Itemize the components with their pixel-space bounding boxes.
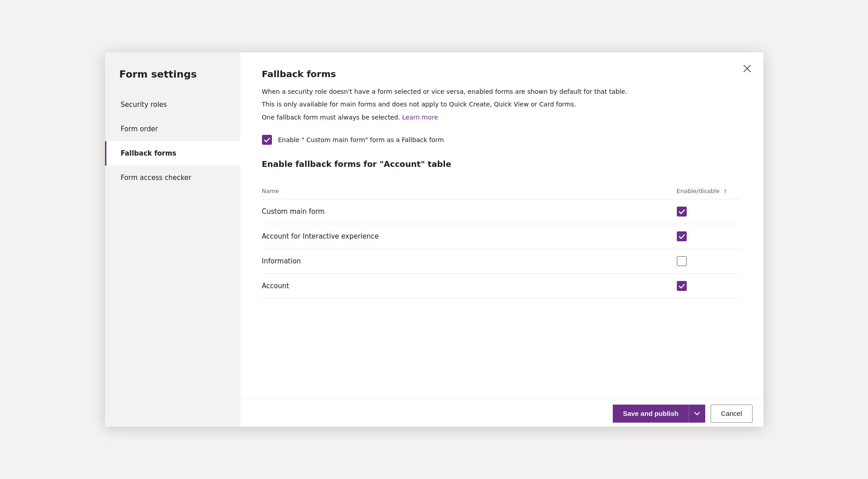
- close-button[interactable]: [739, 60, 755, 77]
- sidebar-nav: Security roles Form order Fallback forms…: [105, 92, 240, 190]
- fallback-enable-checkbox[interactable]: [262, 135, 272, 145]
- form-enable-checkbox-checked[interactable]: [677, 281, 687, 291]
- sidebar-item-label: Form access checker: [121, 174, 192, 182]
- form-enable-checkbox-unchecked[interactable]: [677, 256, 687, 266]
- sidebar-item-form-order[interactable]: Form order: [105, 117, 240, 141]
- sidebar: Form settings Security roles Form order …: [105, 52, 240, 427]
- save-publish-button-group: Save and publish: [613, 405, 705, 423]
- description-line1: When a security role doesn't have a form…: [262, 87, 740, 97]
- sidebar-item-label: Form order: [121, 125, 158, 133]
- form-enable-cell: [677, 274, 740, 299]
- form-settings-dialog: Form settings Security roles Form order …: [105, 52, 763, 427]
- sidebar-item-form-access-checker[interactable]: Form access checker: [105, 166, 240, 190]
- table-row: Information: [262, 249, 740, 274]
- section-title: Enable fallback forms for "Account" tabl…: [262, 159, 742, 169]
- sort-icon: ↑: [723, 189, 727, 194]
- save-publish-dropdown-button[interactable]: [689, 405, 705, 423]
- form-name-cell: Custom main form: [262, 199, 677, 224]
- forms-table: Name Enable/disable ↑ Custom main form A…: [262, 183, 740, 299]
- fallback-enable-row: Enable " Custom main form" form as a Fal…: [262, 135, 742, 145]
- sidebar-title: Form settings: [105, 52, 240, 92]
- sidebar-item-security-roles[interactable]: Security roles: [105, 92, 240, 117]
- table-row: Custom main form: [262, 199, 740, 224]
- form-name-cell: Account: [262, 274, 677, 299]
- form-enable-cell: [677, 199, 740, 224]
- sidebar-item-label: Fallback forms: [121, 149, 177, 157]
- sidebar-item-label: Security roles: [121, 101, 167, 109]
- form-enable-cell: [677, 249, 740, 274]
- footer: Save and publish Cancel: [240, 400, 763, 427]
- form-name-cell: Account for Interactive experience: [262, 224, 677, 249]
- fallback-enable-label: Enable " Custom main form" form as a Fal…: [278, 136, 444, 143]
- table-row: Account: [262, 274, 740, 299]
- sidebar-item-fallback-forms[interactable]: Fallback forms: [105, 141, 240, 166]
- main-scroll-area: Fallback forms When a security role does…: [240, 52, 763, 400]
- cancel-button[interactable]: Cancel: [711, 405, 753, 423]
- main-content: Fallback forms When a security role does…: [240, 52, 763, 427]
- save-publish-button[interactable]: Save and publish: [613, 405, 689, 423]
- page-title: Fallback forms: [262, 69, 742, 79]
- learn-more-link[interactable]: Learn more: [402, 114, 438, 121]
- table-row: Account for Interactive experience: [262, 224, 740, 249]
- description-line2: This is only available for main forms an…: [262, 99, 740, 109]
- form-name-cell: Information: [262, 249, 677, 274]
- form-enable-checkbox-checked[interactable]: [677, 231, 687, 241]
- form-enable-cell: [677, 224, 740, 249]
- col-header-enable[interactable]: Enable/disable ↑: [677, 183, 740, 199]
- col-header-name: Name: [262, 183, 677, 199]
- form-enable-checkbox-checked[interactable]: [677, 207, 687, 216]
- description-line3: One fallback form must always be selecte…: [262, 112, 740, 122]
